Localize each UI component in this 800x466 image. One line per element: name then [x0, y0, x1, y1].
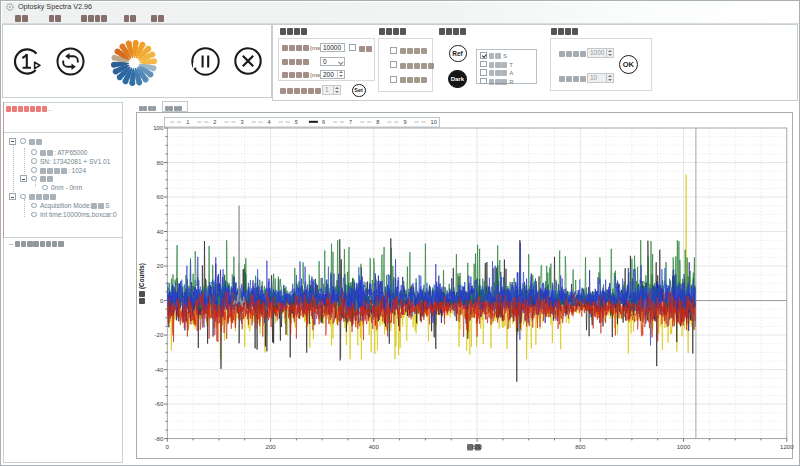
svg-text:-60: -60 [154, 400, 163, 407]
svg-text:1000: 1000 [677, 443, 691, 450]
svg-text:-80: -80 [154, 435, 163, 442]
svg-text:0: 0 [160, 297, 164, 304]
svg-text:800: 800 [575, 443, 586, 450]
svg-text:7: 7 [349, 119, 352, 125]
svg-text:4: 4 [268, 119, 271, 125]
svg-text:-20: -20 [154, 331, 163, 338]
svg-text:8: 8 [376, 119, 379, 125]
svg-text:20: 20 [157, 262, 164, 269]
svg-text:60: 60 [157, 193, 164, 200]
svg-text:400: 400 [369, 443, 380, 450]
svg-text:3: 3 [241, 119, 244, 125]
svg-text:100: 100 [153, 124, 164, 131]
svg-text:2: 2 [213, 119, 216, 125]
svg-text:9: 9 [403, 119, 406, 125]
svg-text:6: 6 [322, 119, 325, 125]
svg-text:-40: -40 [154, 366, 163, 373]
svg-text:(Counts): (Counts) [138, 263, 146, 289]
svg-text:40: 40 [157, 228, 164, 235]
svg-text:80: 80 [157, 159, 164, 166]
svg-text:1: 1 [186, 119, 189, 125]
svg-text:10: 10 [431, 119, 437, 125]
svg-text:5: 5 [295, 119, 298, 125]
svg-text:200: 200 [266, 443, 277, 450]
svg-text:1200: 1200 [780, 443, 794, 450]
